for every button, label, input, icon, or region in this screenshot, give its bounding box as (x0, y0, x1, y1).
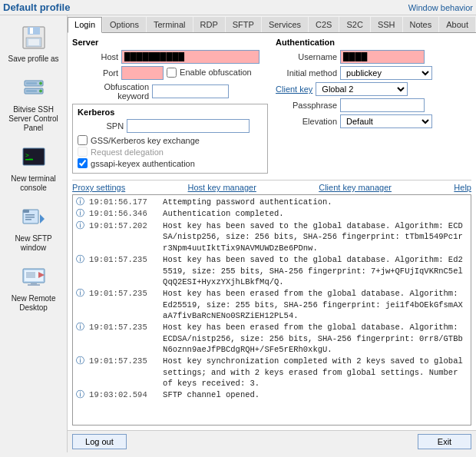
log-entry: ⓘ 19:01:57.235 Host key has been saved t… (76, 254, 468, 288)
form-area: Server Host Port Enable obfuscation (72, 38, 471, 174)
port-input[interactable] (121, 66, 164, 80)
host-row: Host (72, 50, 268, 64)
log-time: 19:01:56.177 (89, 197, 158, 208)
request-delegation-row[interactable]: Request delegation (78, 147, 263, 157)
svg-rect-22 (31, 283, 37, 284)
log-message: Host key has been saved to the global da… (163, 254, 468, 288)
svg-rect-15 (23, 210, 29, 213)
svg-rect-4 (28, 39, 39, 45)
log-message: Host key has been erased from the global… (163, 322, 468, 356)
sidebar-terminal-label: New terminal console (4, 174, 64, 193)
port-row: Port Enable obfuscation (72, 66, 268, 80)
log-entry: ⓘ 19:01:57.235 Host key synchronization … (76, 356, 468, 389)
spn-row: SPN (78, 119, 263, 133)
sidebar-item-new-sftp[interactable]: New SFTP window (2, 198, 66, 257)
username-row: Username (276, 50, 471, 64)
log-message: Host key has been saved to the global da… (163, 220, 468, 254)
log-entry: ⓘ 19:01:56.346 Authentication completed. (76, 208, 468, 220)
help-link[interactable]: Help (454, 183, 471, 192)
tab-rdp[interactable]: RDP (193, 17, 225, 32)
window-behavior-link[interactable]: Window behavior (408, 3, 473, 12)
svg-rect-10 (26, 90, 37, 92)
obfuscation-row: Obfuscation keyword (72, 82, 268, 101)
elevation-row: Elevation Default None Request elevation (276, 114, 471, 128)
svg-rect-18 (25, 219, 31, 220)
gss-checkbox[interactable] (78, 135, 88, 145)
log-time: 19:01:57.235 (89, 322, 158, 356)
svg-rect-9 (26, 82, 37, 84)
enable-obfuscation-label: Enable obfuscation (180, 68, 252, 77)
log-message: Host key synchronization completed with … (163, 356, 468, 389)
log-entry: ⓘ 19:01:56.177 Attempting password authe… (76, 197, 468, 208)
log-area[interactable]: ⓘ 19:01:56.177 Attempting password authe… (72, 194, 471, 426)
proxy-settings-link[interactable]: Proxy settings (72, 183, 125, 192)
log-time: 19:01:57.235 (89, 288, 158, 322)
request-delegation-label: Request delegation (91, 147, 164, 157)
sidebar-item-bitvise[interactable]: Bitvise SSH Server Control Panel (2, 69, 66, 137)
svg-text:>_: >_ (25, 152, 33, 159)
tab-notes[interactable]: Notes (403, 17, 439, 32)
link-row: Proxy settings Host key manager Client k… (72, 180, 471, 194)
svg-rect-1 (28, 27, 40, 35)
gss-label: GSS/Kerberos key exchange (91, 136, 200, 145)
sftp-icon (18, 202, 49, 233)
log-entry: ⓘ 19:01:57.202 Host key has been saved t… (76, 220, 468, 254)
gssapi-checkbox[interactable] (78, 158, 88, 168)
gssapi-row[interactable]: gssapi-keyex authentication (78, 158, 263, 168)
page-title: Default profile (3, 2, 70, 13)
svg-rect-2 (30, 28, 33, 34)
passphrase-row: Passphrase (276, 98, 471, 112)
obfuscation-input[interactable] (152, 84, 229, 98)
enable-obfuscation-checkbox[interactable] (167, 68, 177, 78)
svg-rect-13 (25, 159, 33, 161)
sidebar-item-new-terminal[interactable]: >_ New terminal console (2, 138, 66, 197)
svg-point-7 (39, 82, 42, 85)
client-key-link[interactable]: Client key (276, 84, 312, 94)
host-key-manager-link[interactable]: Host key manager (188, 183, 256, 192)
tab-ssh[interactable]: SSH (371, 17, 402, 32)
log-entry: ⓘ 19:03:02.594 SFTP channel opened. (76, 389, 468, 401)
svg-rect-16 (25, 214, 35, 216)
spn-label: SPN (78, 121, 124, 131)
auth-title: Authentication (276, 38, 471, 47)
tab-options[interactable]: Options (103, 17, 146, 32)
log-info-icon: ⓘ (76, 208, 84, 220)
tab-about[interactable]: About (439, 17, 475, 32)
spn-input[interactable] (127, 119, 250, 133)
log-info-icon: ⓘ (76, 288, 84, 322)
enable-obfuscation-row[interactable]: Enable obfuscation (167, 68, 252, 78)
log-info-icon: ⓘ (76, 220, 84, 254)
kerberos-title: Kerberos (78, 108, 263, 117)
log-info-icon: ⓘ (76, 197, 84, 208)
svg-rect-24 (26, 272, 35, 278)
gss-row[interactable]: GSS/Kerberos key exchange (78, 135, 263, 145)
tab-c2s[interactable]: C2S (309, 17, 339, 32)
sidebar-bitvise-label: Bitvise SSH Server Control Panel (4, 105, 64, 133)
tab-s2c[interactable]: S2C (339, 17, 369, 32)
request-delegation-checkbox[interactable] (78, 147, 88, 157)
host-input[interactable] (121, 50, 259, 64)
save-icon (18, 22, 49, 53)
tab-login[interactable]: Login (68, 17, 102, 33)
username-input[interactable] (340, 50, 425, 64)
log-info-icon: ⓘ (76, 254, 84, 288)
client-key-select[interactable]: Global 2 Global 1 (316, 82, 408, 96)
exit-button[interactable]: Exit (418, 434, 471, 449)
sidebar-item-save-profile[interactable]: Save profile as (2, 18, 66, 68)
log-message: Attempting password authentication. (163, 197, 468, 208)
initial-method-label: Initial method (276, 68, 337, 78)
initial-method-select[interactable]: publickey password keyboard-interactive (340, 66, 432, 80)
client-key-manager-link[interactable]: Client key manager (319, 183, 392, 192)
tab-sftp[interactable]: SFTP (226, 17, 261, 32)
tab-services[interactable]: Services (262, 17, 308, 32)
elevation-select[interactable]: Default None Request elevation (340, 114, 432, 128)
passphrase-input[interactable] (340, 98, 425, 112)
terminal-icon: >_ (18, 142, 49, 173)
sidebar-item-new-remote[interactable]: New Remote Desktop (2, 258, 66, 316)
host-label: Host (72, 52, 118, 61)
log-message: Authentication completed. (163, 208, 468, 220)
log-time: 19:01:57.235 (89, 356, 158, 389)
log-message: SFTP channel opened. (163, 389, 468, 401)
log-out-button[interactable]: Log out (72, 434, 127, 449)
tab-terminal[interactable]: Terminal (147, 17, 193, 32)
